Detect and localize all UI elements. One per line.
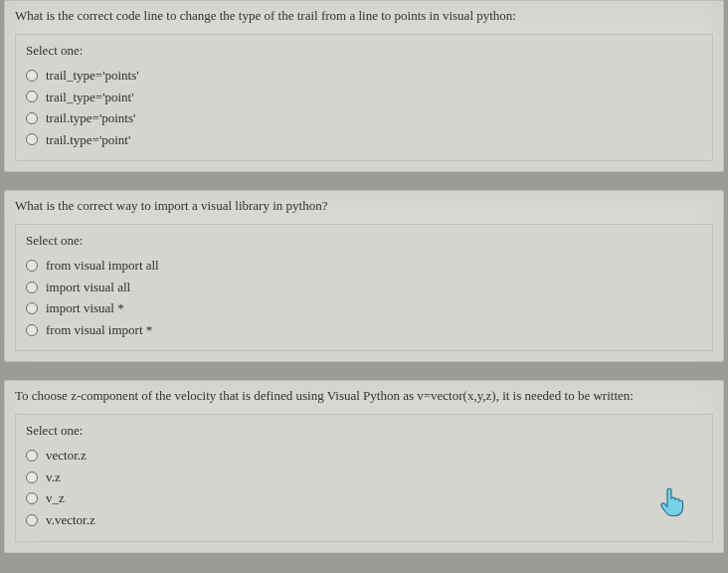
option-row[interactable]: import visual all — [26, 277, 702, 298]
option-row[interactable]: from visual import * — [26, 319, 702, 341]
option-label: from visual import * — [46, 321, 152, 339]
radio-icon[interactable] — [26, 514, 38, 526]
option-label: import visual all — [46, 279, 130, 296]
radio-icon[interactable] — [26, 91, 38, 102]
option-row[interactable]: v.z — [26, 467, 702, 488]
option-label: trail.type='point' — [46, 131, 130, 149]
option-row[interactable]: import visual * — [26, 297, 702, 319]
option-row[interactable]: trail_type='points' — [26, 65, 702, 87]
option-label: v_z — [46, 489, 65, 507]
option-row[interactable]: v_z — [26, 487, 702, 509]
question-text: To choose z-component of the velocity th… — [5, 381, 723, 414]
radio-icon[interactable] — [26, 70, 38, 82]
radio-icon[interactable] — [26, 492, 38, 504]
option-label: trail.type='points' — [46, 109, 135, 127]
select-one-prompt: Select one: — [26, 43, 702, 59]
question-text: What is the correct code line to change … — [5, 1, 723, 34]
answer-box: Select one: trail_type='points' trail_ty… — [15, 34, 713, 161]
question-block: What is the correct code line to change … — [4, 0, 724, 172]
radio-icon[interactable] — [26, 450, 38, 462]
radio-icon[interactable] — [26, 302, 38, 314]
option-row[interactable]: vector.z — [26, 445, 702, 467]
option-label: v.z — [46, 469, 61, 486]
question-text: What is the correct way to import a visu… — [5, 191, 723, 224]
radio-icon[interactable] — [26, 282, 38, 293]
option-label: vector.z — [46, 447, 87, 465]
radio-icon[interactable] — [26, 324, 38, 336]
option-row[interactable]: trail.type='point' — [26, 129, 702, 151]
radio-icon[interactable] — [26, 133, 38, 145]
question-block: To choose z-component of the velocity th… — [4, 380, 724, 552]
option-row[interactable]: from visual import all — [26, 255, 702, 277]
option-label: import visual * — [46, 299, 124, 317]
answer-box: Select one: vector.z v.z v_z v.vector.z — [15, 414, 713, 541]
option-label: trail_type='point' — [46, 89, 134, 106]
radio-icon[interactable] — [26, 112, 38, 124]
option-row[interactable]: v.vector.z — [26, 509, 702, 531]
select-one-prompt: Select one: — [26, 423, 702, 439]
option-label: trail_type='points' — [46, 67, 139, 85]
quiz-page: What is the correct code line to change … — [0, 0, 728, 553]
radio-icon[interactable] — [26, 472, 38, 483]
question-block: What is the correct way to import a visu… — [4, 190, 724, 362]
option-row[interactable]: trail_type='point' — [26, 87, 702, 108]
option-row[interactable]: trail.type='points' — [26, 107, 702, 129]
answer-box: Select one: from visual import all impor… — [15, 224, 713, 351]
option-label: v.vector.z — [46, 511, 95, 529]
select-one-prompt: Select one: — [26, 233, 702, 249]
radio-icon[interactable] — [26, 260, 38, 272]
option-label: from visual import all — [46, 257, 159, 275]
